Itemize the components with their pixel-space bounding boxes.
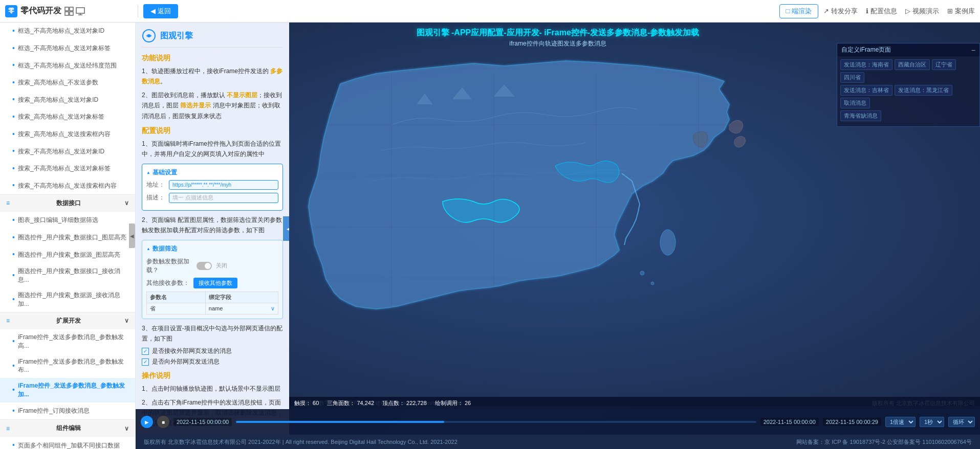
panel-logo-icon	[142, 29, 156, 43]
sidebar-item[interactable]: 图表_接口编辑_详细数据筛选	[0, 212, 135, 229]
faces-stat: 触摸： 60	[294, 399, 319, 407]
stats-bar: 触摸： 60 三角面数： 74,242 顶点数： 222,728 绘制调用： 2…	[289, 397, 980, 409]
op-section-title: 操作说明	[142, 371, 283, 380]
share-button[interactable]: ↗ 转发分享	[823, 7, 858, 16]
sidebar-item[interactable]: iFrame控件_订阅接收消息	[0, 402, 135, 420]
case-library-button[interactable]: ⊞ 案例库	[947, 7, 975, 16]
sidebar-item[interactable]: 圈选控件_用户搜索_数据接口_图层高亮	[0, 229, 135, 246]
sidebar-item[interactable]: 圈选控件_用户搜索_数据接口_接收消息...	[0, 263, 135, 288]
sidebar-collapse-btn[interactable]: ◀	[129, 223, 135, 248]
stop-button[interactable]: ■	[157, 416, 169, 428]
right-panel-header: 自定义iFrame页面 −	[837, 43, 979, 56]
func-highlight-2: 不显示图层	[227, 92, 257, 99]
config-desc-input[interactable]	[169, 193, 278, 203]
sidebar-item[interactable]: 框选_不高亮地标点_发送对象标签	[0, 40, 135, 57]
name-field: name ∨	[205, 303, 278, 314]
field-dropdown-icon[interactable]: ∨	[271, 305, 275, 312]
receive-checkbox-row: 是否接收外部网页发送的消息	[142, 347, 283, 355]
sidebar-item[interactable]: iFrame控件_发送多参数消息_参数触发布...	[0, 354, 135, 378]
minimize-button[interactable]: −	[971, 46, 975, 54]
copyright-bar: 版权所有 北京数字冰雹信息技术有限公司 2021-2022年 | All rig…	[136, 435, 980, 449]
sidebar-item[interactable]: 搜索_高亮地标点_发送搜索框内容	[0, 126, 135, 143]
panel-logo: 图观引擎	[142, 29, 283, 48]
send-liaoning-btn[interactable]: 辽宁省	[932, 59, 956, 70]
send-jilin-btn[interactable]: 发送消息：吉林省	[840, 85, 892, 96]
filter-params-table: 参数名 绑定字段 省 name ∨	[146, 291, 278, 315]
sidebar-item[interactable]: 搜索_高亮地标点_发送对象ID	[0, 91, 135, 108]
loop-select[interactable]: 循环	[948, 417, 975, 427]
config-box-header: 基础设置	[146, 168, 278, 177]
grid-icon[interactable]	[64, 7, 74, 16]
sidebar-item[interactable]: 搜索_不高亮地标点_发送搜索框内容	[0, 177, 135, 194]
filter-other-row: 其他接收参数： 接收其他参数	[146, 278, 278, 288]
panel-collapse-btn[interactable]: ◀	[283, 216, 289, 241]
monitor-icon[interactable]	[76, 7, 85, 16]
op-text-1: 1、点击时间轴播放轨迹图，默认场景中不显示图层	[142, 384, 283, 394]
province-param: 省	[147, 303, 206, 314]
send-xizang-btn[interactable]: 西藏自治区	[895, 59, 930, 70]
stop-icon: ■	[162, 419, 165, 425]
svg-point-21	[147, 34, 150, 37]
param-name-header: 参数名	[147, 291, 206, 303]
svg-rect-1	[70, 7, 73, 11]
interval-select[interactable]: 1秒	[920, 417, 944, 427]
qinghai-btn[interactable]: 青海省缺消息	[840, 110, 881, 121]
timeline-progress-bar[interactable]	[236, 421, 756, 423]
send-checkbox-row: 是否向外部网页发送消息	[142, 357, 283, 366]
send-sichuan-btn[interactable]: 四川省	[840, 72, 864, 83]
timeline-time-3: 2022-11-15 00:00:29	[823, 418, 881, 426]
sidebar-item[interactable]: iFrame控件_发送多参数消息_参数触发高...	[0, 329, 135, 354]
config-addr-label: 地址：	[146, 181, 165, 189]
logo-area: 零 零代码开发	[5, 5, 138, 17]
sidebar-item[interactable]: 页面多个相同组件_加载不同接口数据	[0, 437, 135, 449]
send-hainan-btn[interactable]: 发送消息：海南省	[840, 59, 892, 70]
accept-params-button[interactable]: 接收其他参数	[193, 278, 237, 288]
right-panel-title: 自定义iFrame页面	[841, 46, 891, 54]
back-arrow-icon: ◀	[150, 7, 156, 15]
sidebar-item[interactable]: 搜索_高亮地标点_发送对象标签	[0, 108, 135, 126]
sidebar: 框选_不高亮地标点_发送对象ID 框选_不高亮地标点_发送对象标签 框选_不高亮…	[0, 23, 136, 449]
func-text-2: 2、图层收到消息前，播放默认 不显示图层；接收到消息后，图层 筛选并显示 消息中…	[142, 90, 283, 121]
sidebar-item[interactable]: 搜索_高亮地标点_不发送参数	[0, 74, 135, 92]
play-button[interactable]: ▶	[141, 416, 153, 428]
timeline-bar: ▶ ■ 2022-11-15 00:00:00 2022-11-15 00:00…	[136, 409, 980, 435]
config-addr-input[interactable]	[169, 180, 278, 190]
video-demo-button[interactable]: ▷ 视频演示	[905, 7, 939, 16]
send-heilongjiang-btn[interactable]: 发送消息：黑龙江省	[895, 85, 952, 96]
sidebar-item[interactable]: 搜索_不高亮地标点_发送对象标签	[0, 160, 135, 177]
sidebar-section-data-interface[interactable]: 数据接口 ∨	[0, 194, 135, 212]
right-panel-row-2: 发送消息：吉林省 发送消息：黑龙江省 取消消息	[840, 85, 976, 108]
timeline-time-1: 2022-11-15 00:00:00	[173, 418, 232, 426]
vertices-stat: 顶点数： 222,728	[382, 399, 427, 407]
sidebar-item[interactable]: 框选_不高亮地标点_发送经纬度范围	[0, 57, 135, 74]
back-button[interactable]: ◀ 返回	[143, 4, 178, 18]
sidebar-section-extension[interactable]: 扩展开发 ∨	[0, 312, 135, 329]
cancel-msg-btn[interactable]: 取消消息	[840, 98, 870, 108]
render-button[interactable]: □ 端渲染	[779, 4, 818, 18]
send-label: 是否向外部网页发送消息	[152, 357, 220, 366]
send-checkbox[interactable]	[142, 358, 149, 366]
func-highlight-3: 筛选并显示	[180, 102, 211, 109]
sidebar-section-component[interactable]: 组件编辑 ∨	[0, 419, 135, 437]
config-text-3: 3、在项目设置-项目概况中勾选与外部网页通信的配置，如下图	[142, 323, 283, 344]
sidebar-item[interactable]: 搜索_不高亮地标点_发送对象ID	[0, 143, 135, 160]
config-info-button[interactable]: ℹ 配置信息	[866, 7, 897, 16]
param-trigger-toggle[interactable]	[197, 262, 212, 270]
logo-icon: 零	[5, 5, 17, 17]
receive-label: 是否接收外部网页发送的消息	[152, 347, 232, 355]
receive-checkbox[interactable]	[142, 348, 149, 355]
sidebar-item[interactable]: iFrame控件_发送多参数消息_参数触发加...	[0, 378, 135, 402]
speed-select[interactable]: 1倍速	[885, 417, 916, 427]
panel-logo-text: 图观引擎	[160, 31, 193, 41]
top-right-actions: ↗ 转发分享 ℹ 配置信息 ▷ 视频演示 ⊞ 案例库	[823, 7, 975, 16]
config-text-1: 1、页面编辑时将iFrame控件拖入到页面合适的位置中，并将用户自定义的网页填入…	[142, 139, 283, 160]
func-section-title: 功能说明	[142, 54, 283, 63]
sidebar-item[interactable]: 圈选控件_用户搜索_数据源_接收消息加...	[0, 287, 135, 312]
sidebar-item[interactable]: 圈选控件_用户搜索_数据源_图层高亮	[0, 246, 135, 263]
func-highlight-1: 多参数消息	[142, 68, 282, 85]
timeline-time-2: 2022-11-15 00:00:00	[760, 418, 819, 426]
filter-box: 数据筛选 参数触发数据加载？ 关闭 其他接收参数： 接收其他参数	[142, 240, 283, 319]
svg-point-8	[660, 230, 676, 255]
sidebar-item[interactable]: 框选_不高亮地标点_发送对象ID	[0, 23, 135, 40]
config-desc-row: 描述：	[146, 193, 278, 203]
